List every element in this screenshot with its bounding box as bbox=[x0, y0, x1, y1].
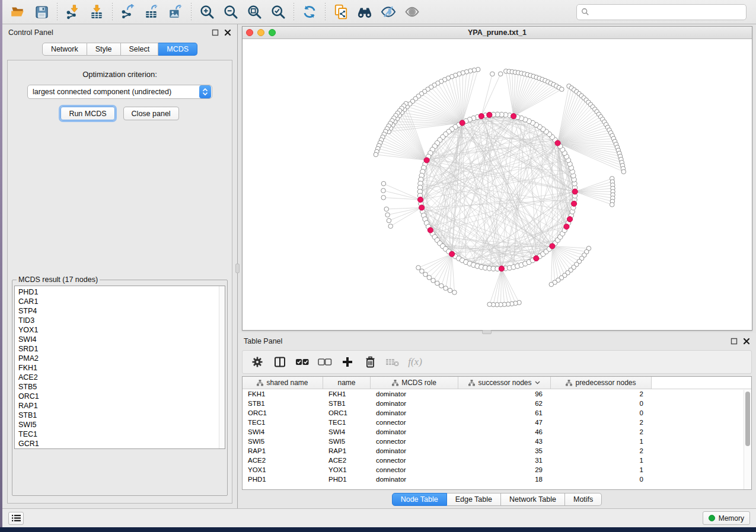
table-row[interactable]: SWI5SWI5connector431 bbox=[243, 437, 751, 446]
float-panel-icon[interactable] bbox=[731, 338, 738, 345]
mcds-result-list[interactable]: PHD1CAR1STP4TID3YOX1SWI4SRD1PMA2FKH1ACE2… bbox=[14, 286, 225, 449]
table-cell-successor-nodes[interactable]: 47 bbox=[458, 419, 551, 426]
export-network-button[interactable] bbox=[116, 2, 140, 21]
table-cell-name[interactable]: YOX1 bbox=[323, 466, 371, 473]
tab-mcds[interactable]: MCDS bbox=[158, 43, 197, 56]
zoom-in-button[interactable] bbox=[195, 2, 219, 21]
export-table-button[interactable] bbox=[140, 2, 164, 21]
mcds-result-item[interactable]: TID3 bbox=[15, 316, 225, 325]
save-session-button[interactable] bbox=[30, 2, 53, 21]
zoom-out-button[interactable] bbox=[219, 2, 243, 21]
mcds-list-scrollbar[interactable] bbox=[219, 286, 225, 448]
table-cell-name[interactable]: RAP1 bbox=[323, 447, 371, 454]
import-network-button[interactable] bbox=[61, 2, 85, 21]
table-cell-shared-name[interactable]: FKH1 bbox=[243, 390, 323, 398]
mcds-result-item[interactable]: FKH1 bbox=[15, 363, 225, 373]
table-row[interactable]: TEC1TEC1connector472 bbox=[243, 418, 751, 427]
column-header-successor-nodes[interactable]: successor nodes bbox=[458, 377, 551, 389]
table-cell-mcds-role[interactable]: connector bbox=[371, 466, 458, 473]
table-scrollbar-thumb[interactable] bbox=[745, 392, 750, 446]
table-cell-name[interactable]: FKH1 bbox=[323, 390, 371, 398]
table-cell-predecessor-nodes[interactable]: 0 bbox=[551, 409, 652, 416]
column-header-mcds-role[interactable]: MCDS role bbox=[371, 377, 458, 389]
table-row[interactable]: STB1STB1dominator620 bbox=[243, 399, 751, 408]
table-tab-network-table[interactable]: Network Table bbox=[501, 493, 565, 506]
table-cell-successor-nodes[interactable]: 35 bbox=[458, 447, 551, 454]
table-cell-predecessor-nodes[interactable]: 1 bbox=[551, 457, 652, 464]
table-cell-mcds-role[interactable]: dominator bbox=[371, 390, 458, 398]
first-neighbors-button[interactable] bbox=[353, 2, 377, 21]
table-cell-mcds-role[interactable]: dominator bbox=[371, 400, 458, 407]
table-cell-name[interactable]: ACE2 bbox=[323, 457, 371, 464]
table-tab-edge-table[interactable]: Edge Table bbox=[447, 493, 501, 506]
zoom-fit-button[interactable] bbox=[243, 2, 266, 21]
open-session-button[interactable] bbox=[6, 2, 30, 21]
close-panel-button[interactable]: Close panel bbox=[123, 107, 179, 120]
mcds-result-item[interactable]: PHD1 bbox=[15, 287, 225, 297]
import-table-button[interactable] bbox=[85, 2, 109, 21]
vertical-splitter-grip[interactable] bbox=[235, 264, 240, 273]
select-all-rows-button[interactable] bbox=[292, 353, 312, 371]
table-cell-predecessor-nodes[interactable]: 1 bbox=[551, 466, 652, 473]
create-column-button[interactable] bbox=[337, 353, 358, 371]
table-row[interactable]: RAP1RAP1dominator352 bbox=[243, 446, 751, 456]
table-cell-successor-nodes[interactable]: 18 bbox=[458, 476, 551, 483]
show-all-button[interactable] bbox=[400, 2, 424, 21]
table-settings-button[interactable] bbox=[247, 353, 267, 371]
table-cell-mcds-role[interactable]: dominator bbox=[371, 409, 458, 416]
clone-network-button[interactable] bbox=[329, 2, 353, 21]
tab-network[interactable]: Network bbox=[42, 43, 87, 56]
deselect-all-rows-button[interactable] bbox=[315, 353, 335, 371]
search-input[interactable] bbox=[592, 8, 742, 16]
export-image-button[interactable] bbox=[164, 2, 187, 21]
table-tab-node-table[interactable]: Node Table bbox=[392, 493, 447, 506]
table-cell-mcds-role[interactable]: dominator bbox=[371, 428, 458, 435]
mcds-result-item[interactable]: PMA2 bbox=[15, 354, 225, 363]
show-columns-button[interactable] bbox=[270, 353, 290, 371]
mcds-result-item[interactable]: STP4 bbox=[15, 306, 225, 316]
window-close-button[interactable] bbox=[246, 29, 253, 36]
table-cell-name[interactable]: ORC1 bbox=[323, 409, 371, 416]
tab-select[interactable]: Select bbox=[121, 43, 159, 56]
table-cell-successor-nodes[interactable]: 96 bbox=[458, 390, 551, 398]
network-canvas[interactable] bbox=[243, 39, 752, 330]
table-cell-name[interactable]: STB1 bbox=[323, 400, 371, 407]
table-cell-predecessor-nodes[interactable]: 0 bbox=[551, 476, 652, 483]
table-cell-successor-nodes[interactable]: 29 bbox=[458, 466, 551, 473]
table-row[interactable]: FKH1FKH1dominator962 bbox=[243, 389, 751, 399]
table-cell-shared-name[interactable]: SWI4 bbox=[243, 428, 323, 435]
mcds-result-item[interactable]: ORC1 bbox=[15, 392, 225, 401]
table-cell-shared-name[interactable]: SWI5 bbox=[243, 438, 323, 445]
run-mcds-button[interactable]: Run MCDS bbox=[60, 107, 114, 120]
table-cell-shared-name[interactable]: RAP1 bbox=[243, 447, 323, 454]
table-cell-predecessor-nodes[interactable]: 1 bbox=[551, 438, 652, 445]
close-panel-icon[interactable] bbox=[743, 338, 750, 345]
optimization-criterion-select[interactable]: largest connected component (undirected) bbox=[27, 85, 212, 99]
search-field[interactable] bbox=[576, 4, 747, 20]
task-history-button[interactable] bbox=[8, 512, 24, 525]
mcds-result-item[interactable]: SWI5 bbox=[15, 420, 225, 430]
tab-style[interactable]: Style bbox=[87, 43, 121, 56]
mcds-result-item[interactable]: CAR1 bbox=[15, 297, 225, 306]
delete-columns-button[interactable] bbox=[360, 353, 380, 371]
table-cell-predecessor-nodes[interactable]: 0 bbox=[551, 400, 652, 407]
table-tab-motifs[interactable]: Motifs bbox=[565, 493, 602, 506]
mcds-result-item[interactable]: ACE2 bbox=[15, 373, 225, 382]
hide-selected-button[interactable] bbox=[377, 2, 400, 21]
table-cell-mcds-role[interactable]: dominator bbox=[371, 447, 458, 454]
table-row[interactable]: ORC1ORC1dominator610 bbox=[243, 408, 751, 418]
table-cell-successor-nodes[interactable]: 62 bbox=[458, 400, 551, 407]
table-cell-name[interactable]: PHD1 bbox=[323, 476, 371, 483]
table-cell-predecessor-nodes[interactable]: 2 bbox=[551, 428, 652, 435]
mcds-result-item[interactable]: GCR1 bbox=[15, 439, 225, 448]
table-row[interactable]: SWI4SWI4dominator462 bbox=[243, 427, 751, 437]
table-row[interactable]: YOX1YOX1connector291 bbox=[243, 465, 751, 475]
table-cell-mcds-role[interactable]: connector bbox=[371, 457, 458, 464]
table-cell-mcds-role[interactable]: dominator bbox=[371, 476, 458, 483]
mcds-result-item[interactable]: SRD1 bbox=[15, 344, 225, 354]
horizontal-splitter-grip[interactable] bbox=[482, 330, 492, 334]
column-header-name[interactable]: name bbox=[323, 377, 371, 389]
table-cell-successor-nodes[interactable]: 46 bbox=[458, 428, 551, 435]
table-cell-predecessor-nodes[interactable]: 2 bbox=[551, 447, 652, 454]
table-cell-shared-name[interactable]: YOX1 bbox=[243, 466, 323, 473]
